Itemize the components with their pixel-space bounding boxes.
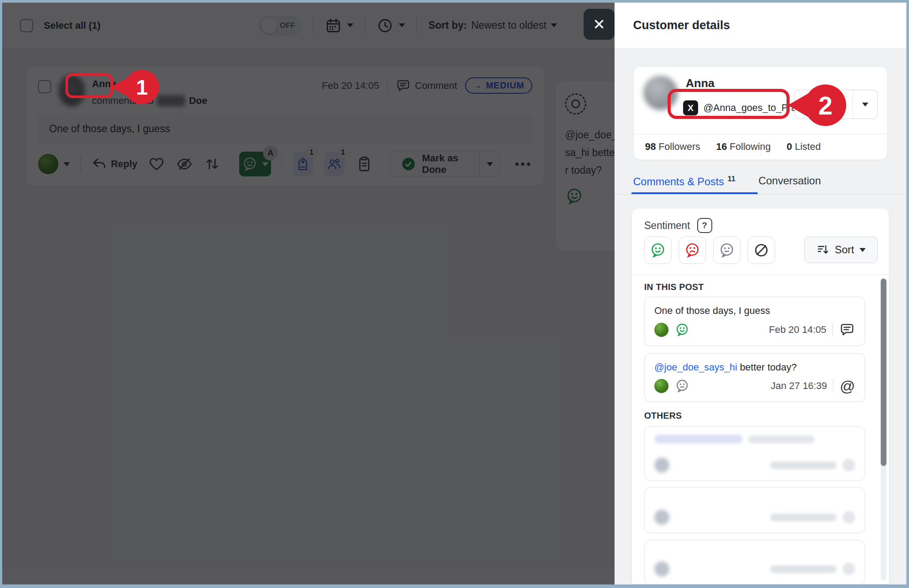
redacted-icon bbox=[843, 511, 855, 523]
redacted-timestamp bbox=[770, 462, 836, 469]
chevron-down-icon bbox=[862, 103, 868, 107]
chevron-down-icon bbox=[859, 248, 866, 252]
filter-no-sentiment-button[interactable] bbox=[748, 237, 775, 264]
comments-count-badge: 11 bbox=[727, 175, 735, 183]
avatar bbox=[654, 379, 668, 393]
filter-neutral-sentiment-button[interactable] bbox=[713, 237, 741, 264]
window-border bbox=[906, 0, 909, 588]
divider bbox=[833, 379, 833, 393]
follow-button[interactable] bbox=[794, 90, 878, 119]
redacted-timestamp bbox=[770, 514, 836, 521]
window-border bbox=[0, 0, 2, 588]
scrollbar-thumb[interactable] bbox=[881, 279, 886, 466]
filter-positive-sentiment-button[interactable] bbox=[644, 237, 672, 264]
follow-button-caret[interactable] bbox=[852, 90, 877, 118]
list-item-redacted[interactable] bbox=[644, 487, 865, 533]
panel-title: Customer details bbox=[633, 19, 730, 32]
redacted-timestamp bbox=[770, 565, 836, 573]
section-in-this-post: IN THIS POST bbox=[644, 282, 877, 292]
profile-card: Anna X @Anna_goes_to_Pra... 98 Followers… bbox=[633, 66, 888, 160]
divider bbox=[615, 194, 906, 195]
mention-at-icon: @ bbox=[840, 378, 855, 393]
item-text: One of those days, I guess bbox=[654, 305, 855, 317]
activity-list: IN THIS POST One of those days, I guess … bbox=[632, 275, 889, 584]
panel-header: Customer details bbox=[615, 3, 906, 49]
redacted-icon bbox=[843, 563, 855, 575]
redacted-icon bbox=[843, 459, 855, 471]
avatar bbox=[654, 323, 668, 337]
sort-descending-icon bbox=[816, 243, 829, 256]
following-stat: 16 Following bbox=[716, 141, 771, 153]
avatar bbox=[654, 458, 669, 473]
comments-posts-card: Sentiment ? bbox=[631, 208, 890, 584]
divider bbox=[833, 323, 833, 336]
help-icon[interactable]: ? bbox=[697, 218, 712, 233]
modal-dim-overlay bbox=[2, 3, 615, 584]
positive-sentiment-icon bbox=[675, 322, 690, 337]
neutral-sentiment-icon bbox=[675, 378, 690, 393]
tab-comments-posts[interactable]: Comments & Posts11 bbox=[633, 175, 735, 188]
customer-name: Anna bbox=[686, 76, 714, 90]
list-item-redacted[interactable] bbox=[644, 540, 865, 584]
redacted-text bbox=[748, 435, 814, 443]
avatar bbox=[654, 561, 669, 577]
list-item-mention[interactable]: @joe_doe_says_hi better today? Jan 27 16… bbox=[644, 353, 865, 402]
item-timestamp: Jan 27 16:39 bbox=[771, 380, 827, 392]
section-others: OTHERS bbox=[644, 411, 877, 421]
customer-handle-row[interactable]: X @Anna_goes_to_Pra... bbox=[683, 100, 805, 115]
sort-button[interactable]: Sort bbox=[804, 237, 878, 263]
scrollbar-track[interactable] bbox=[881, 279, 886, 580]
followers-stat: 98 Followers bbox=[645, 141, 700, 153]
item-text: @joe_doe_says_hi better today? bbox=[654, 362, 855, 373]
customer-handle: @Anna_goes_to_Pra... bbox=[703, 102, 805, 114]
tab-conversation[interactable]: Conversation bbox=[758, 175, 821, 187]
listed-stat: 0 Listed bbox=[787, 141, 821, 153]
divider bbox=[634, 134, 887, 134]
customer-details-panel: Customer details Anna X @Anna_goes_to_Pr… bbox=[615, 3, 906, 584]
sort-button-label: Sort bbox=[835, 244, 854, 256]
comment-bubble-icon bbox=[839, 322, 855, 338]
redacted-link bbox=[654, 435, 743, 443]
window-border bbox=[0, 0, 909, 3]
close-panel-button[interactable]: ✕ bbox=[584, 9, 615, 40]
follow-button-main[interactable] bbox=[795, 90, 852, 118]
avatar bbox=[643, 76, 678, 110]
avatar bbox=[654, 510, 669, 525]
filter-negative-sentiment-button[interactable] bbox=[679, 237, 706, 264]
item-timestamp: Feb 20 14:05 bbox=[769, 324, 826, 336]
list-item-redacted[interactable] bbox=[644, 426, 865, 481]
window-border bbox=[0, 584, 909, 588]
close-icon: ✕ bbox=[593, 15, 606, 33]
x-network-icon: X bbox=[683, 100, 698, 115]
list-item-comment[interactable]: One of those days, I guess Feb 20 14:05 bbox=[644, 297, 865, 346]
mention-link[interactable]: @joe_doe_says_hi bbox=[654, 362, 737, 373]
sentiment-label: Sentiment bbox=[644, 220, 690, 232]
